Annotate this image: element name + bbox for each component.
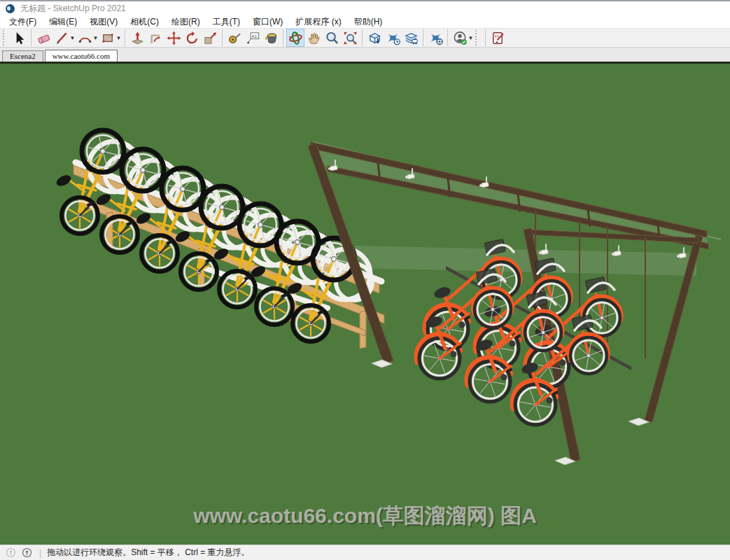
scene-tab-bar: Escena2www.caotu66.com [0,48,730,62]
pan-tool-button[interactable] [304,29,323,47]
zoom-tool-button[interactable] [323,29,341,47]
offset-tool-button[interactable] [146,29,164,47]
eraser-tool-button[interactable] [34,29,52,47]
toolbar-grip [475,30,480,46]
menu-5[interactable]: 绘图(R) [165,15,206,28]
geolocation-icon[interactable] [6,547,16,558]
rotate-tool-icon [184,30,200,46]
offset-tool-icon [148,30,164,46]
svg-text:Fb: Fb [494,34,499,38]
toolbar-separator [125,29,125,46]
toolbar-separator [423,29,423,46]
sketchup-window: { "window": { "title": "无标题 - SketchUp P… [0,0,730,560]
text-tool-button[interactable]: A1 [244,29,262,47]
menu-9[interactable]: 帮助(H) [348,15,389,28]
text-tool-icon: A1 [245,30,261,46]
svg-text:A1: A1 [251,33,257,38]
toolbar-separator [31,29,31,46]
toolbar-separator [283,29,283,46]
zoom-extents-tool-icon [342,30,358,46]
sketchup-logo-icon [6,4,15,13]
toolbar-separator [447,29,448,46]
arc-tool-dropdown-arrow-icon[interactable]: ▼ [92,35,99,41]
toolbar-separator [222,29,223,46]
get-models-button[interactable] [365,29,384,47]
select-tool-icon [11,30,27,46]
get-models-icon [367,30,383,46]
zoom-extents-tool-button[interactable] [341,29,359,47]
zoom-tool-icon [324,30,340,46]
status-bar: | 拖动以进行环绕观察。Shift = 平移， Ctrl = 重力悬浮。 [0,545,730,560]
tape-measure-tool-icon [227,30,243,46]
sign-in-button[interactable] [451,29,469,47]
move-tool-button[interactable] [164,29,183,47]
orbit-tool-icon [288,30,304,46]
shapes-tool-button[interactable] [99,29,117,47]
send-to-layout-icon: Fb [490,30,506,46]
scene-tab-2[interactable]: www.caotu66.com [45,50,118,62]
arc-tool-icon [77,30,93,46]
toolbar-separator [485,29,486,46]
pushpull-tool-button[interactable] [128,29,146,47]
pushpull-tool-icon [129,30,146,46]
status-divider: | [39,548,41,558]
menu-1[interactable]: 文件(F) [3,15,43,28]
scene-tab-1[interactable]: Escena2 [2,50,43,62]
title-bar: 无标题 - SketchUp Pro 2021 [0,0,730,15]
arc-tool-button[interactable] [76,29,94,47]
share-model-icon [385,30,401,46]
pan-tool-icon [306,30,322,46]
move-tool-icon [166,30,182,46]
menu-4[interactable]: 相机(C) [124,15,165,28]
window-title: 无标题 - SketchUp Pro 2021 [20,3,126,15]
paint-bucket-tool-button[interactable] [262,29,280,47]
sign-in-dropdown-arrow-icon[interactable]: ▼ [468,35,474,41]
extension-warehouse-icon [428,30,444,46]
model-canvas[interactable] [0,62,730,545]
line-tool-dropdown-arrow-icon[interactable]: ▼ [69,35,76,41]
status-message: 拖动以进行环绕观察。Shift = 平移， Ctrl = 重力悬浮。 [47,547,249,559]
toolbar-separator [362,29,363,46]
toolbar: ▼▼▼A1▼Fb [0,28,730,48]
toolbar-grip [3,30,8,46]
scale-tool-icon [202,30,218,46]
rotate-tool-button[interactable] [183,29,201,47]
menu-bar: 文件(F)编辑(E)视图(V)相机(C)绘图(R)工具(T)窗口(W)扩展程序 … [0,15,730,28]
send-to-layout-button[interactable]: Fb [489,29,507,47]
menu-8[interactable]: 扩展程序 (x) [289,15,347,28]
share-model-button[interactable] [384,29,402,47]
line-tool-button[interactable] [52,29,71,47]
line-tool-icon [54,30,70,46]
paint-bucket-tool-icon [263,30,279,46]
shapes-tool-icon [100,30,116,46]
menu-2[interactable]: 编辑(E) [43,15,83,28]
scale-tool-button[interactable] [201,29,219,47]
share-component-button[interactable] [402,29,420,47]
menu-3[interactable]: 视图(V) [83,15,124,28]
select-tool-button[interactable] [10,29,28,47]
eraser-tool-icon [36,30,52,46]
shapes-tool-dropdown-arrow-icon[interactable]: ▼ [115,35,122,41]
watermark-text: www.caotu66.com(草图溜溜网) 图A [193,502,537,531]
viewport[interactable]: www.caotu66.com(草图溜溜网) 图A [0,62,730,545]
menu-6[interactable]: 工具(T) [206,15,246,28]
share-component-icon [403,30,419,46]
tape-measure-tool-button[interactable] [225,29,244,47]
menu-7[interactable]: 窗口(W) [246,15,289,28]
orbit-tool-button[interactable] [286,29,304,47]
extension-warehouse-button[interactable] [426,29,444,47]
sign-in-icon [452,30,468,46]
credits-icon[interactable] [22,547,32,558]
